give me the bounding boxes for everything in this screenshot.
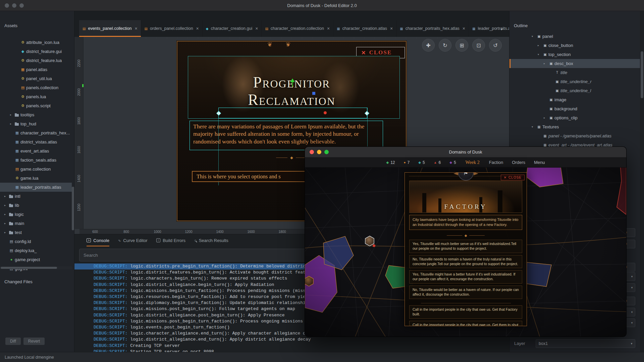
event-option-button[interactable]: Call in the important people in the city… (409, 305, 522, 319)
console-tab[interactable]: > Console (87, 234, 109, 246)
event-option-button[interactable]: No, Titusville would be better as a have… (409, 286, 522, 299)
editor-tab[interactable]: ▦ character_portraits_hex.atlas × (396, 20, 469, 37)
scene-tool-button[interactable]: ↻ (439, 39, 451, 52)
expand-arrow-icon[interactable]: ▸ (544, 116, 548, 119)
expand-arrow-icon[interactable]: ▸ (4, 231, 9, 234)
asset-tree-item[interactable]: ▤ config.ld (0, 237, 72, 246)
assets-horizontal-scrollbar[interactable] (0, 266, 72, 269)
scrollbar-thumb[interactable] (72, 187, 74, 230)
event-option-button[interactable]: No, Titusville needs to remain a haven o… (409, 255, 522, 268)
scene-tool-button[interactable]: ⊞ (455, 39, 468, 52)
game-window[interactable]: Domains of Dusk ◆ 12 ● 7 ◆ 5 ▲ 6 ◆ (305, 147, 626, 337)
expand-arrow-icon[interactable]: ▸ (10, 113, 14, 116)
expand-arrow-icon[interactable]: ▸ (4, 204, 9, 207)
editor-tab[interactable]: ▤ orders_panel.collection × (141, 20, 203, 37)
asset-tree-item[interactable]: ⚙ panels.script (0, 101, 72, 110)
selection-box[interactable] (218, 108, 367, 118)
outline-tree-item[interactable]: ▣ background (509, 104, 640, 113)
outline-tree-item[interactable]: ▸ ▣ desc_box (509, 59, 640, 68)
editor-tab[interactable]: ▤ events_panel.collection × (79, 20, 141, 37)
expand-arrow-icon[interactable]: ▾ (538, 53, 542, 56)
dropdown-caret-icon[interactable]: ▾ (629, 275, 635, 278)
console-tab[interactable]: ○ Search Results (194, 234, 228, 246)
tab-close-icon[interactable]: × (255, 26, 258, 31)
outline-tree-item[interactable]: ▸ ▣ options_clip (509, 113, 640, 122)
asset-tree-item[interactable]: ⚙ panel_util.lua (0, 74, 72, 83)
expand-arrow-icon[interactable]: ▸ (4, 222, 9, 225)
revert-button[interactable]: Revert (23, 338, 45, 345)
asset-tree-item[interactable]: ● game.project (0, 255, 72, 264)
tab-close-icon[interactable]: × (327, 26, 330, 31)
scene-tool-button[interactable]: ↺ (489, 39, 502, 52)
asset-tree-item[interactable]: ▦ panel.atlas (0, 65, 72, 74)
console-tab[interactable]: ∿ Curve Editor (118, 234, 148, 246)
expand-arrow-icon[interactable]: ▸ (4, 213, 9, 216)
event-option-button[interactable]: Yes, Titusville might have a better futu… (409, 270, 522, 284)
outline-scrollbar[interactable] (640, 11, 644, 352)
console-tab[interactable]: ! Build Errors (156, 234, 185, 246)
console-log-line[interactable]: DEBUG:SCRIPT: Starting TCP server on por… (74, 349, 509, 352)
dropdown-caret-icon[interactable]: ▾ (629, 310, 635, 314)
tab-close-icon[interactable]: × (463, 26, 465, 31)
asset-tree-item[interactable]: ▸ logic (0, 210, 72, 219)
asset-tree-item[interactable]: ▤ panels.collection (0, 83, 72, 92)
expand-arrow-icon[interactable]: ▸ (544, 62, 548, 65)
outline-tree-item[interactable]: ▣ title_underline_l (509, 86, 640, 95)
asset-tree-item[interactable]: ▤ deploy.lua_ (0, 246, 72, 255)
scrollbar-thumb[interactable] (1, 267, 57, 269)
editor-tab[interactable]: ▦ character_creation.atlas × (333, 20, 396, 37)
asset-tree-item[interactable]: ▸ top_hud (0, 119, 72, 128)
asset-tree-item[interactable]: ◆ district_feature.gui (0, 47, 72, 56)
asset-tree-item[interactable]: ▦ character_portraits_hex... (0, 128, 72, 137)
outline-tree-item[interactable]: ▾ ▣ panel (509, 32, 640, 41)
expand-arrow-icon[interactable]: ▸ (10, 122, 14, 125)
event-option-button[interactable]: Call in the important people in the city… (409, 321, 522, 326)
asset-tree-item[interactable]: ▸ tooltips (0, 110, 72, 119)
hud-menu-button[interactable]: Faction (489, 160, 503, 165)
tab-overflow-caret-icon[interactable]: ▾ (500, 27, 502, 32)
editor-tab[interactable]: ◆ character_creation.gui × (203, 20, 262, 37)
asset-tree-item[interactable]: ▦ district_vistas.atlas (0, 137, 72, 146)
outline-tree-item[interactable]: ▦ panel - /game/panels/panel.atlas (509, 131, 640, 140)
outline-tree-item[interactable]: ▣ title_underline_r (509, 77, 640, 86)
console-log-line[interactable]: DEBUG:SCRIPT: logic.district_allegiance.… (74, 337, 509, 343)
scrollbar-thumb[interactable] (641, 51, 643, 98)
editor-tab[interactable]: ▤ character_creation.collection × (262, 20, 333, 37)
console-log-line[interactable]: DEBUG:SCRIPT: Creating TCP server (74, 343, 509, 349)
outline-tree-item[interactable]: ▸ ▣ close_button (509, 41, 640, 50)
asset-tree-item[interactable]: ▦ event_art.atlas (0, 146, 72, 156)
asset-tree-item[interactable]: ▸ intl (0, 192, 72, 201)
move-gizmo-y-axis[interactable] (290, 78, 295, 82)
hud-menu-button[interactable]: Menu (534, 160, 545, 165)
dropdown-caret-icon[interactable]: ▾ (629, 286, 635, 289)
asset-tree-item[interactable]: ⚙ panels.lua (0, 92, 72, 101)
dropdown-caret-icon[interactable]: ▾ (629, 321, 635, 324)
assets-vertical-scrollbar[interactable] (72, 38, 74, 275)
event-close-button[interactable]: ✕ CLOSE (501, 175, 525, 180)
event-option-button[interactable]: Yes, Titusville will much better serve u… (409, 240, 522, 253)
asset-tree-item[interactable]: ⚙ game.lua (0, 174, 72, 183)
asset-tree-item[interactable]: ▦ faction_seals.atlas (0, 156, 72, 165)
asset-tree-item[interactable]: ▸ main (0, 219, 72, 228)
layer-select[interactable]: box1 ▾ (536, 339, 635, 348)
asset-tree-item[interactable]: ⚙ district_feature.lua (0, 56, 72, 65)
outline-tree-item[interactable]: T title (509, 68, 640, 77)
expand-arrow-icon[interactable]: ▾ (532, 125, 536, 128)
outline-tree-item[interactable]: ▣ image (509, 95, 640, 104)
hud-menu-button[interactable]: Orders (512, 160, 525, 165)
asset-tree-item[interactable]: ▦ leader_portraits.atlas (0, 183, 72, 192)
tab-close-icon[interactable]: × (390, 26, 393, 31)
asset-tree-item[interactable]: ▸ lib (0, 201, 72, 210)
asset-tree-item[interactable]: ⚙ attribute_icon.lua (0, 38, 72, 47)
scene-tool-button[interactable]: ✚ (422, 39, 435, 52)
scene-tool-button[interactable]: ⊡ (472, 39, 485, 52)
expand-arrow-icon[interactable]: ▸ (538, 44, 542, 47)
gizmo-handle[interactable] (312, 92, 315, 95)
asset-tree-item[interactable]: ▸ test (0, 228, 72, 237)
tab-close-icon[interactable]: × (196, 26, 199, 31)
tab-close-icon[interactable]: × (135, 26, 137, 31)
asset-tree-item[interactable]: ▤ game.collection (0, 165, 72, 174)
editor-tab[interactable]: ▦ leader_portraits.a (469, 20, 509, 37)
diff-button[interactable]: Diff (5, 338, 21, 345)
outline-tree-item[interactable]: ▾ ▣ top_section (509, 50, 640, 59)
